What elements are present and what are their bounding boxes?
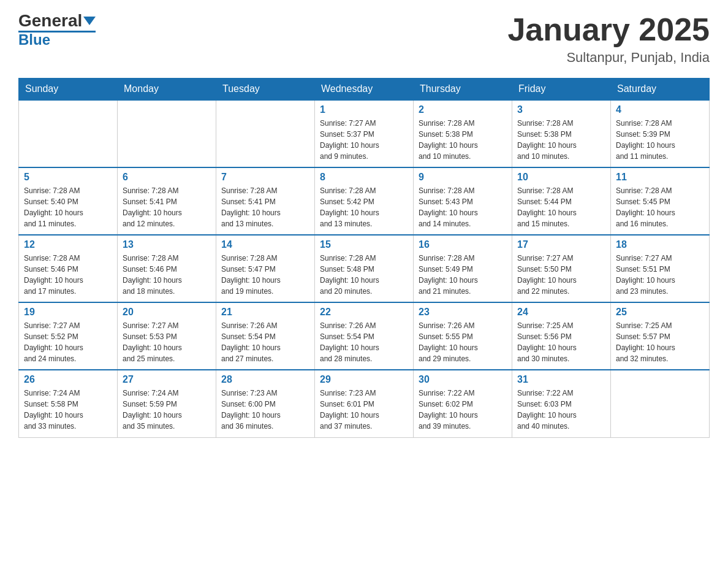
- calendar-cell: 20Sunrise: 7:27 AM Sunset: 5:53 PM Dayli…: [118, 302, 216, 370]
- calendar-cell: 29Sunrise: 7:23 AM Sunset: 6:01 PM Dayli…: [315, 370, 414, 437]
- day-info: Sunrise: 7:28 AM Sunset: 5:38 PM Dayligh…: [419, 118, 507, 162]
- day-info: Sunrise: 7:26 AM Sunset: 5:54 PM Dayligh…: [320, 320, 408, 364]
- calendar-cell: 6Sunrise: 7:28 AM Sunset: 5:41 PM Daylig…: [118, 167, 216, 235]
- col-friday: Friday: [512, 79, 611, 101]
- calendar-cell: [118, 100, 216, 167]
- day-info: Sunrise: 7:26 AM Sunset: 5:54 PM Dayligh…: [221, 320, 309, 364]
- day-number: 12: [24, 239, 112, 250]
- day-info: Sunrise: 7:28 AM Sunset: 5:41 PM Dayligh…: [123, 185, 211, 229]
- day-info: Sunrise: 7:25 AM Sunset: 5:57 PM Dayligh…: [616, 320, 704, 364]
- day-info: Sunrise: 7:22 AM Sunset: 6:02 PM Dayligh…: [419, 388, 507, 432]
- day-number: 31: [517, 374, 605, 385]
- calendar-cell: 28Sunrise: 7:23 AM Sunset: 6:00 PM Dayli…: [216, 370, 315, 437]
- day-number: 11: [616, 172, 704, 183]
- page-header: General Blue January 2025 Sultanpur, Pun…: [18, 12, 710, 66]
- calendar-cell: 8Sunrise: 7:28 AM Sunset: 5:42 PM Daylig…: [315, 167, 414, 235]
- calendar-cell: 31Sunrise: 7:22 AM Sunset: 6:03 PM Dayli…: [512, 370, 611, 437]
- day-number: 30: [419, 374, 507, 385]
- day-info: Sunrise: 7:28 AM Sunset: 5:40 PM Dayligh…: [24, 185, 112, 229]
- calendar-cell: 18Sunrise: 7:27 AM Sunset: 5:51 PM Dayli…: [611, 235, 710, 302]
- calendar-cell: 30Sunrise: 7:22 AM Sunset: 6:02 PM Dayli…: [414, 370, 512, 437]
- calendar-cell: 15Sunrise: 7:28 AM Sunset: 5:48 PM Dayli…: [315, 235, 414, 302]
- day-number: 23: [419, 307, 507, 318]
- month-title: January 2025: [507, 12, 710, 47]
- calendar-cell: 9Sunrise: 7:28 AM Sunset: 5:43 PM Daylig…: [414, 167, 512, 235]
- day-info: Sunrise: 7:28 AM Sunset: 5:39 PM Dayligh…: [616, 118, 704, 162]
- day-info: Sunrise: 7:28 AM Sunset: 5:48 PM Dayligh…: [320, 253, 408, 297]
- days-of-week-row: Sunday Monday Tuesday Wednesday Thursday…: [19, 79, 710, 101]
- calendar-cell: [216, 100, 315, 167]
- day-number: 1: [320, 104, 408, 115]
- day-number: 20: [123, 307, 211, 318]
- day-number: 19: [24, 307, 112, 318]
- calendar-cell: 11Sunrise: 7:28 AM Sunset: 5:45 PM Dayli…: [611, 167, 710, 235]
- day-number: 29: [320, 374, 408, 385]
- logo-text-blue: Blue: [18, 33, 50, 47]
- day-info: Sunrise: 7:27 AM Sunset: 5:51 PM Dayligh…: [616, 253, 704, 297]
- calendar-cell: 26Sunrise: 7:24 AM Sunset: 5:58 PM Dayli…: [19, 370, 118, 437]
- day-info: Sunrise: 7:28 AM Sunset: 5:49 PM Dayligh…: [419, 253, 507, 297]
- day-number: 14: [221, 239, 309, 250]
- week-row-3: 12Sunrise: 7:28 AM Sunset: 5:46 PM Dayli…: [19, 235, 710, 302]
- calendar-cell: 14Sunrise: 7:28 AM Sunset: 5:47 PM Dayli…: [216, 235, 315, 302]
- calendar-cell: [19, 100, 118, 167]
- calendar-cell: 16Sunrise: 7:28 AM Sunset: 5:49 PM Dayli…: [414, 235, 512, 302]
- day-number: 25: [616, 307, 704, 318]
- calendar-cell: 10Sunrise: 7:28 AM Sunset: 5:44 PM Dayli…: [512, 167, 611, 235]
- day-number: 17: [517, 239, 605, 250]
- day-number: 26: [24, 374, 112, 385]
- calendar-cell: 19Sunrise: 7:27 AM Sunset: 5:52 PM Dayli…: [19, 302, 118, 370]
- calendar-table: Sunday Monday Tuesday Wednesday Thursday…: [18, 78, 710, 438]
- col-monday: Monday: [118, 79, 216, 101]
- day-info: Sunrise: 7:23 AM Sunset: 6:01 PM Dayligh…: [320, 388, 408, 432]
- day-number: 18: [616, 239, 704, 250]
- day-number: 22: [320, 307, 408, 318]
- calendar-cell: 7Sunrise: 7:28 AM Sunset: 5:41 PM Daylig…: [216, 167, 315, 235]
- logo-text-general: General: [18, 12, 82, 29]
- day-info: Sunrise: 7:28 AM Sunset: 5:38 PM Dayligh…: [517, 118, 605, 162]
- day-info: Sunrise: 7:25 AM Sunset: 5:56 PM Dayligh…: [517, 320, 605, 364]
- day-number: 21: [221, 307, 309, 318]
- day-info: Sunrise: 7:27 AM Sunset: 5:53 PM Dayligh…: [123, 320, 211, 364]
- calendar-cell: 5Sunrise: 7:28 AM Sunset: 5:40 PM Daylig…: [19, 167, 118, 235]
- day-number: 2: [419, 104, 507, 115]
- day-number: 6: [123, 172, 211, 183]
- day-number: 5: [24, 172, 112, 183]
- calendar-cell: 22Sunrise: 7:26 AM Sunset: 5:54 PM Dayli…: [315, 302, 414, 370]
- day-info: Sunrise: 7:27 AM Sunset: 5:52 PM Dayligh…: [24, 320, 112, 364]
- day-number: 24: [517, 307, 605, 318]
- day-info: Sunrise: 7:28 AM Sunset: 5:47 PM Dayligh…: [221, 253, 309, 297]
- day-number: 16: [419, 239, 507, 250]
- week-row-5: 26Sunrise: 7:24 AM Sunset: 5:58 PM Dayli…: [19, 370, 710, 437]
- day-info: Sunrise: 7:23 AM Sunset: 6:00 PM Dayligh…: [221, 388, 309, 432]
- title-block: January 2025 Sultanpur, Punjab, India: [507, 12, 710, 66]
- logo: General Blue: [18, 12, 96, 47]
- day-info: Sunrise: 7:28 AM Sunset: 5:44 PM Dayligh…: [517, 185, 605, 229]
- col-thursday: Thursday: [414, 79, 512, 101]
- calendar-cell: 4Sunrise: 7:28 AM Sunset: 5:39 PM Daylig…: [611, 100, 710, 167]
- day-number: 8: [320, 172, 408, 183]
- day-number: 28: [221, 374, 309, 385]
- week-row-4: 19Sunrise: 7:27 AM Sunset: 5:52 PM Dayli…: [19, 302, 710, 370]
- day-info: Sunrise: 7:27 AM Sunset: 5:50 PM Dayligh…: [517, 253, 605, 297]
- week-row-2: 5Sunrise: 7:28 AM Sunset: 5:40 PM Daylig…: [19, 167, 710, 235]
- calendar-cell: 1Sunrise: 7:27 AM Sunset: 5:37 PM Daylig…: [315, 100, 414, 167]
- calendar-cell: 3Sunrise: 7:28 AM Sunset: 5:38 PM Daylig…: [512, 100, 611, 167]
- day-number: 9: [419, 172, 507, 183]
- calendar-cell: 2Sunrise: 7:28 AM Sunset: 5:38 PM Daylig…: [414, 100, 512, 167]
- day-info: Sunrise: 7:27 AM Sunset: 5:37 PM Dayligh…: [320, 118, 408, 162]
- calendar-cell: 17Sunrise: 7:27 AM Sunset: 5:50 PM Dayli…: [512, 235, 611, 302]
- day-number: 10: [517, 172, 605, 183]
- week-row-1: 1Sunrise: 7:27 AM Sunset: 5:37 PM Daylig…: [19, 100, 710, 167]
- day-info: Sunrise: 7:28 AM Sunset: 5:46 PM Dayligh…: [123, 253, 211, 297]
- day-info: Sunrise: 7:28 AM Sunset: 5:43 PM Dayligh…: [419, 185, 507, 229]
- day-number: 15: [320, 239, 408, 250]
- calendar-cell: 21Sunrise: 7:26 AM Sunset: 5:54 PM Dayli…: [216, 302, 315, 370]
- day-number: 3: [517, 104, 605, 115]
- calendar-cell: 27Sunrise: 7:24 AM Sunset: 5:59 PM Dayli…: [118, 370, 216, 437]
- day-number: 27: [123, 374, 211, 385]
- calendar-cell: 24Sunrise: 7:25 AM Sunset: 5:56 PM Dayli…: [512, 302, 611, 370]
- logo-triangle-icon: [83, 17, 96, 25]
- day-info: Sunrise: 7:28 AM Sunset: 5:41 PM Dayligh…: [221, 185, 309, 229]
- calendar-cell: 12Sunrise: 7:28 AM Sunset: 5:46 PM Dayli…: [19, 235, 118, 302]
